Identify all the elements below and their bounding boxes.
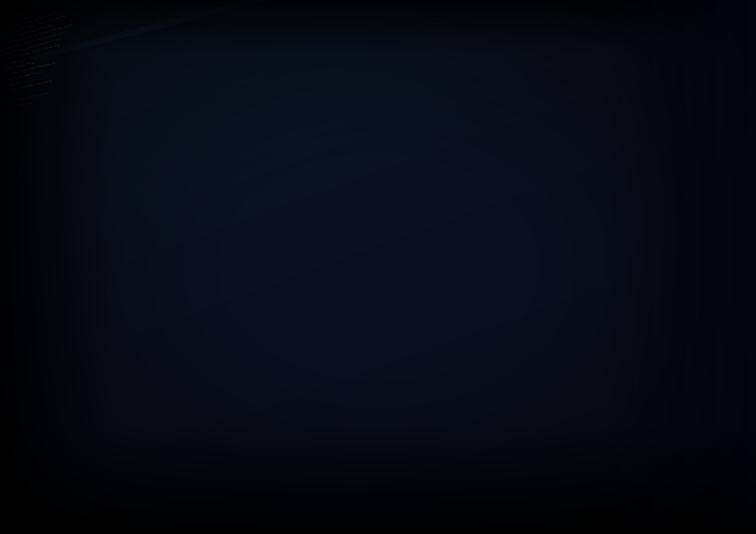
line-number: 3 (0, 14, 2, 19)
code-content: 1config > 2'use strict';34const path = r… (0, 0, 756, 127)
token: ... (73, 22, 77, 26)
editor-container: webpack.config.prod.js You, 3 months ago… (0, 0, 756, 534)
tab-dot (7, 0, 8, 0)
token: ... (52, 79, 56, 82)
token: ... (61, 37, 65, 40)
code-view: webpack.config.prod.js You, 3 months ago… (0, 0, 756, 534)
token: ); (57, 60, 62, 64)
line-content: const serviceWorkerIsEnabled = fals (0, 111, 11, 122)
token: path (6, 17, 10, 20)
token: ... (60, 42, 65, 46)
token: fals (5, 112, 10, 115)
